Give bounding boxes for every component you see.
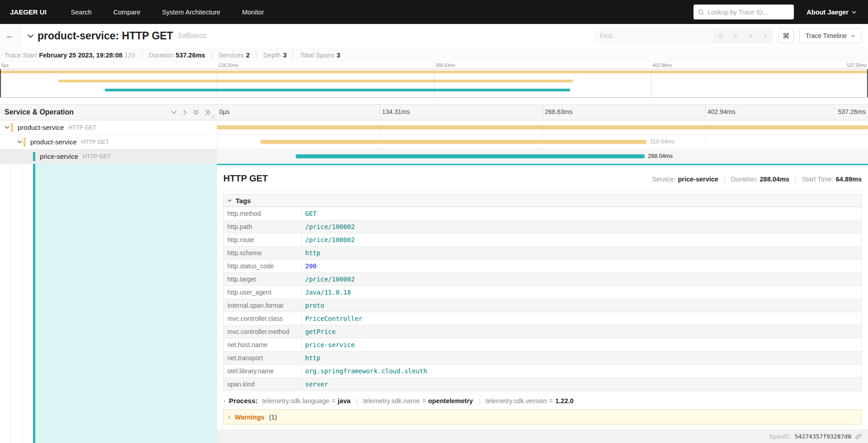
collapse-one-icon[interactable] (171, 110, 177, 114)
clear-find-icon[interactable]: × (758, 32, 773, 39)
services-value: 2 (246, 52, 250, 59)
tag-row: net.transporthttp (224, 352, 862, 365)
find-bar: ◎ ∧ ∨ × (594, 28, 773, 43)
detail-left-gutter (0, 164, 217, 443)
minimap-span-bar (105, 89, 570, 91)
span-bar[interactable] (217, 125, 868, 129)
tag-row: mvc.controller.methodgetPrice (224, 325, 862, 338)
tags-table: http.methodGET http.path/price/100002 ht… (223, 207, 862, 391)
span-color-strip (33, 152, 35, 161)
tag-row: http.user_agentJava/11.0.18 (224, 286, 862, 299)
span-duration-label: 318.54ms (646, 138, 675, 145)
trace-start-value: February 25 2023, 19:28:08.125 (39, 52, 135, 59)
span-bar[interactable] (260, 140, 646, 144)
chevron-down-icon[interactable] (5, 126, 10, 129)
chevron-right-icon: › (228, 414, 230, 420)
trace-view-selector[interactable]: Trace Timeline (799, 28, 862, 43)
service-operation-header: Service & Operation (5, 108, 74, 116)
link-icon[interactable] (855, 433, 862, 440)
selected-span-color-strip (33, 164, 35, 443)
timeline-grid-header: Service & Operation || 0μs 134.31ms 268.… (0, 104, 868, 120)
column-resize-handle[interactable]: || (212, 114, 215, 119)
top-nav: JAEGER UI Search Compare System Architec… (0, 0, 868, 24)
command-icon: ⌘ (783, 32, 790, 40)
minimap-span-bar (0, 71, 868, 73)
detail-duration-value: 288.04ms (760, 176, 789, 183)
services-label: Services (219, 52, 244, 59)
detail-service-value: price-service (678, 176, 718, 183)
app-logo[interactable]: JAEGER UI (10, 8, 47, 16)
trace-lookup-box (693, 5, 794, 19)
warnings-accordion-header[interactable]: › Warnings (1) (223, 410, 862, 424)
span-color-strip (11, 123, 13, 132)
span-rows: product-service HTTP GET product-service… (0, 120, 868, 164)
trace-start-label: Trace Start (5, 52, 37, 59)
expand-all-icon[interactable] (205, 110, 211, 115)
focus-match-icon[interactable]: ◎ (713, 32, 728, 39)
total-spans-label: Total Spans (300, 52, 335, 59)
tag-row: mvc.controller.classPriceController (224, 312, 862, 325)
next-match-icon[interactable]: ∨ (743, 32, 758, 39)
chevron-down-icon[interactable] (17, 140, 23, 143)
collapse-all-icon[interactable] (193, 110, 199, 115)
chevron-down-icon (227, 199, 232, 202)
trace-title: product-service: HTTP GET (38, 30, 173, 42)
tag-row: span.kindserver (224, 378, 862, 391)
span-detail-panel: HTTP GET Service: price-service | Durati… (217, 164, 868, 443)
span-row-price-service[interactable]: price-service HTTP GET 288.04ms (0, 149, 868, 164)
depth-label: Depth (263, 52, 281, 59)
tag-row: http.path/price/100002 (224, 220, 862, 233)
search-icon (698, 9, 704, 15)
back-arrow-icon: ← (5, 31, 14, 41)
tag-row: net.host.nameprice-service (224, 338, 862, 352)
selected-span-highlight (33, 164, 217, 443)
nav-item-search[interactable]: Search (60, 0, 103, 24)
duration-label: Duration (149, 52, 174, 59)
chevron-right-icon: › (223, 397, 225, 404)
span-row-product-service-root[interactable]: product-service HTTP GET (0, 120, 868, 135)
trace-lookup-input[interactable] (708, 9, 789, 16)
tag-row: http.schemehttp (224, 247, 862, 260)
back-button[interactable]: ← (0, 24, 20, 48)
trace-summary-bar: Trace Start February 25 2023, 19:28:08.1… (0, 48, 868, 63)
span-duration-label: 288.04ms (645, 153, 673, 159)
prev-match-icon[interactable]: ∧ (728, 32, 743, 39)
tag-row: otel.library.nameorg.springframework.clo… (224, 365, 862, 378)
span-color-strip (24, 138, 26, 147)
tag-row: internal.span.formatproto (224, 299, 862, 312)
tag-row: http.route/price/100002 (224, 233, 862, 247)
tags-accordion-header[interactable]: Tags (223, 194, 862, 207)
find-input[interactable] (594, 28, 713, 43)
tag-row: http.status_code200 (224, 260, 862, 273)
expand-one-icon[interactable] (183, 110, 187, 115)
trace-id-short: 1a8aecc (178, 31, 207, 40)
keyboard-shortcuts-button[interactable]: ⌘ (778, 28, 794, 43)
nav-item-monitor[interactable]: Monitor (231, 0, 274, 24)
minimap-left-scrubber[interactable] (0, 69, 1, 97)
minimap-time-labels: 0μs 134.31ms 268.63ms 402.94ms 537.26ms (0, 63, 868, 69)
detail-start-value: 64.89ms (836, 176, 862, 183)
tag-row: http.target/price/100002 (224, 273, 862, 286)
span-operation-title: HTTP GET (223, 173, 268, 184)
span-row-product-service-child[interactable]: product-service HTTP GET 318.54ms (0, 135, 868, 149)
duration-value: 537.26ms (176, 52, 205, 59)
nav-item-system-architecture[interactable]: System Architecture (151, 0, 231, 24)
about-jaeger-menu[interactable]: About Jaeger (807, 9, 856, 16)
collapse-trace-chevron-icon[interactable] (27, 34, 34, 38)
span-id-value: 54274357f93287d8 (795, 433, 851, 440)
depth-value: 3 (283, 52, 287, 59)
chevron-down-icon (851, 34, 855, 37)
process-accordion-header[interactable]: › Process: telemetry.sdk.language = java… (223, 397, 862, 405)
trace-page-header: ← product-service: HTTP GET 1a8aecc ◎ ∧ … (0, 24, 868, 48)
nav-item-compare[interactable]: Compare (103, 0, 151, 24)
tag-row: http.methodGET (224, 207, 862, 220)
warnings-count: (1) (269, 414, 277, 421)
chevron-down-icon (852, 11, 856, 14)
timeline-ruler: 0μs 134.31ms 268.63ms 402.94ms 537.26ms (217, 105, 868, 120)
total-spans-value: 3 (337, 52, 340, 59)
span-bar[interactable] (296, 154, 645, 158)
minimap-span-bar (58, 80, 573, 82)
span-id-footer: SpanID: 54274357f93287d8 (217, 429, 868, 443)
trace-minimap[interactable] (0, 69, 868, 98)
